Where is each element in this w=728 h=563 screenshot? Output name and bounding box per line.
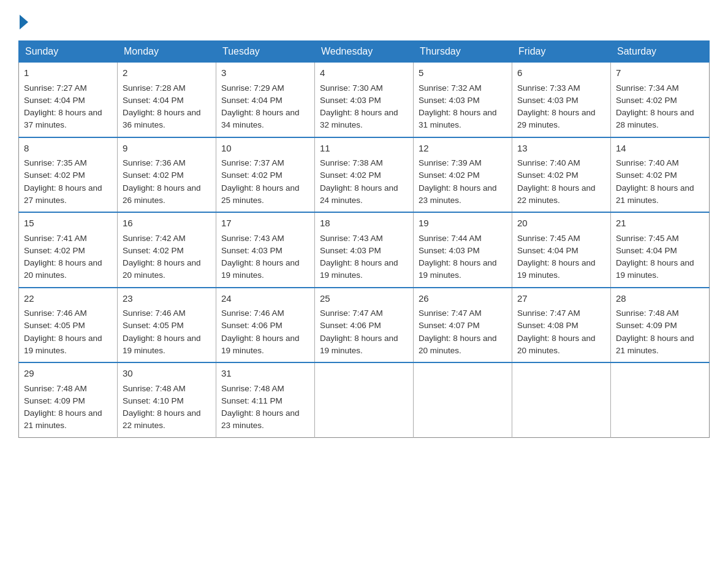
calendar-cell: 25Sunrise: 7:47 AMSunset: 4:06 PMDayligh… [315,288,414,363]
calendar-cell: 10Sunrise: 7:37 AMSunset: 4:02 PMDayligh… [216,137,315,213]
calendar-cell: 18Sunrise: 7:43 AMSunset: 4:03 PMDayligh… [315,212,414,288]
day-number: 20 [517,216,605,231]
day-number: 9 [123,142,211,156]
calendar-cell: 23Sunrise: 7:46 AMSunset: 4:05 PMDayligh… [118,288,216,363]
calendar-cell [414,362,512,437]
day-number: 2 [123,66,211,80]
header-friday: Friday [512,41,611,63]
day-number: 6 [517,66,605,80]
day-number: 1 [24,66,112,80]
calendar-cell: 13Sunrise: 7:40 AMSunset: 4:02 PMDayligh… [512,137,611,213]
calendar-cell [611,362,710,437]
header-monday: Monday [118,41,216,63]
day-number: 28 [616,292,704,306]
day-number: 24 [221,292,309,306]
calendar-cell: 30Sunrise: 7:48 AMSunset: 4:10 PMDayligh… [118,362,216,437]
day-number: 25 [320,292,408,306]
day-number: 5 [419,66,507,80]
day-number: 23 [123,292,211,306]
calendar-cell: 12Sunrise: 7:39 AMSunset: 4:02 PMDayligh… [414,137,512,213]
calendar-cell: 15Sunrise: 7:41 AMSunset: 4:02 PMDayligh… [19,212,118,288]
day-number: 8 [24,142,112,156]
header-thursday: Thursday [414,41,512,63]
calendar-cell: 14Sunrise: 7:40 AMSunset: 4:02 PMDayligh… [611,137,710,213]
day-number: 30 [123,367,211,381]
calendar-week-row: 22Sunrise: 7:46 AMSunset: 4:05 PMDayligh… [19,288,710,363]
day-number: 19 [419,216,507,231]
day-number: 12 [419,142,507,156]
calendar-header-row: SundayMondayTuesdayWednesdayThursdayFrid… [19,41,710,63]
calendar-cell: 16Sunrise: 7:42 AMSunset: 4:02 PMDayligh… [118,212,216,288]
day-number: 31 [221,367,309,381]
day-number: 21 [616,216,704,231]
day-number: 14 [616,142,704,156]
calendar-week-row: 1Sunrise: 7:27 AMSunset: 4:04 PMDaylight… [19,63,710,137]
header-sunday: Sunday [19,41,118,63]
day-number: 22 [24,292,112,306]
calendar-cell: 29Sunrise: 7:48 AMSunset: 4:09 PMDayligh… [19,362,118,437]
calendar-week-row: 8Sunrise: 7:35 AMSunset: 4:02 PMDaylight… [19,137,710,213]
calendar-cell: 17Sunrise: 7:43 AMSunset: 4:03 PMDayligh… [216,212,315,288]
day-number: 7 [616,66,704,80]
day-number: 11 [320,142,408,156]
calendar-cell: 1Sunrise: 7:27 AMSunset: 4:04 PMDaylight… [19,63,118,137]
calendar-cell: 26Sunrise: 7:47 AMSunset: 4:07 PMDayligh… [414,288,512,363]
calendar-cell: 6Sunrise: 7:33 AMSunset: 4:03 PMDaylight… [512,63,611,137]
day-number: 16 [123,216,211,231]
day-number: 13 [517,142,605,156]
day-number: 3 [221,66,309,80]
calendar-cell: 2Sunrise: 7:28 AMSunset: 4:04 PMDaylight… [118,63,216,137]
day-number: 10 [221,142,309,156]
calendar-table: SundayMondayTuesdayWednesdayThursdayFrid… [18,40,710,438]
calendar-week-row: 15Sunrise: 7:41 AMSunset: 4:02 PMDayligh… [19,212,710,288]
calendar-cell: 7Sunrise: 7:34 AMSunset: 4:02 PMDaylight… [611,63,710,137]
calendar-cell: 24Sunrise: 7:46 AMSunset: 4:06 PMDayligh… [216,288,315,363]
calendar-cell: 4Sunrise: 7:30 AMSunset: 4:03 PMDaylight… [315,63,414,137]
calendar-cell [315,362,414,437]
day-number: 15 [24,216,112,231]
calendar-cell: 19Sunrise: 7:44 AMSunset: 4:03 PMDayligh… [414,212,512,288]
day-number: 4 [320,66,408,80]
header-tuesday: Tuesday [216,41,315,63]
calendar-cell: 28Sunrise: 7:48 AMSunset: 4:09 PMDayligh… [611,288,710,363]
day-number: 17 [221,216,309,231]
header-saturday: Saturday [611,41,710,63]
logo-triangle-icon [20,15,28,29]
calendar-cell: 5Sunrise: 7:32 AMSunset: 4:03 PMDaylight… [414,63,512,137]
header-wednesday: Wednesday [315,41,414,63]
calendar-cell [512,362,611,437]
calendar-cell: 11Sunrise: 7:38 AMSunset: 4:02 PMDayligh… [315,137,414,213]
calendar-cell: 9Sunrise: 7:36 AMSunset: 4:02 PMDaylight… [118,137,216,213]
calendar-cell: 22Sunrise: 7:46 AMSunset: 4:05 PMDayligh… [19,288,118,363]
logo [18,12,28,31]
page-header [18,12,710,31]
day-number: 27 [517,292,605,306]
calendar-cell: 8Sunrise: 7:35 AMSunset: 4:02 PMDaylight… [19,137,118,213]
calendar-cell: 20Sunrise: 7:45 AMSunset: 4:04 PMDayligh… [512,212,611,288]
logo-blue-text [18,16,28,31]
calendar-cell: 27Sunrise: 7:47 AMSunset: 4:08 PMDayligh… [512,288,611,363]
calendar-cell: 3Sunrise: 7:29 AMSunset: 4:04 PMDaylight… [216,63,315,137]
calendar-week-row: 29Sunrise: 7:48 AMSunset: 4:09 PMDayligh… [19,362,710,437]
calendar-cell: 31Sunrise: 7:48 AMSunset: 4:11 PMDayligh… [216,362,315,437]
day-number: 26 [419,292,507,306]
day-number: 18 [320,216,408,231]
day-number: 29 [24,367,112,381]
calendar-cell: 21Sunrise: 7:45 AMSunset: 4:04 PMDayligh… [611,212,710,288]
